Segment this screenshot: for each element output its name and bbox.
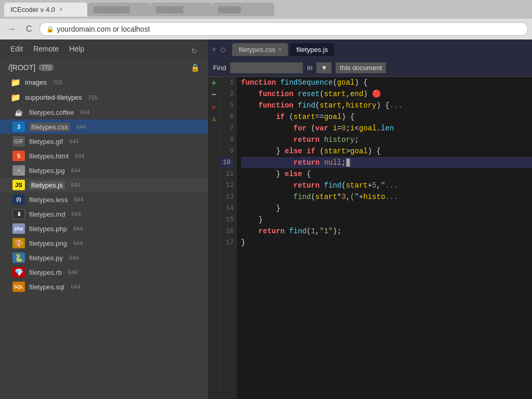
code-area: + − ✕ ⚠ 1 2 5 6 7 8 9 10 11 12 13 14 15 … — [208, 77, 532, 399]
line-num-7: 7 — [220, 123, 234, 134]
line-num-15: 15 — [220, 214, 234, 225]
icon-html: 5 — [12, 151, 25, 161]
editor-tabs: × ◇ filetypes.css × filetypes.js — [208, 39, 532, 59]
warn-icon: ⚠ — [211, 114, 216, 123]
inactive-tab-2: ▓▓▓▓▓▓ — [156, 6, 183, 13]
editor-panel: × ◇ filetypes.css × filetypes.js Find in… — [208, 39, 532, 399]
browser-tab-inactive-2[interactable]: ▓▓▓▓▓▓ — [150, 3, 212, 16]
find-input[interactable] — [230, 62, 303, 73]
line-num-1: 1 — [220, 77, 234, 88]
find-scope-label: ▼ — [321, 64, 327, 72]
icon-css: 3 — [12, 122, 25, 132]
count-md: 644 — [71, 211, 81, 217]
count-js: 644 — [71, 182, 81, 188]
count-jpg: 644 — [71, 167, 81, 174]
tab-css-close[interactable]: × — [278, 46, 282, 52]
code-line-8: return history; — [241, 134, 532, 145]
line-actions: + − ✕ ⚠ — [208, 77, 220, 399]
browser-tab-inactive[interactable]: ▓▓▓▓▓▓▓▓ — [87, 3, 150, 16]
browser-tab-active[interactable]: ICEcoder v 4.0 × — [4, 3, 87, 17]
refresh-button[interactable]: C — [23, 23, 35, 35]
count-gif: 644 — [69, 138, 78, 144]
code-line-15: } — [241, 214, 532, 225]
folder-images-count: 755 — [53, 79, 62, 86]
close-tab-btn[interactable]: × — [212, 45, 216, 54]
file-css[interactable]: 3 filetypes.css 644 — [0, 119, 208, 134]
tab-filetypes-js[interactable]: filetypes.js — [290, 43, 334, 56]
address-bar[interactable]: 🔒 yourdomain.com or localhost — [39, 22, 528, 36]
icon-py: 🐍 — [12, 252, 25, 263]
file-js[interactable]: JS filetypes.js 644 — [0, 178, 208, 192]
action-plus[interactable]: + — [209, 78, 219, 89]
back-button[interactable]: → — [4, 23, 19, 35]
file-py[interactable]: 🐍 filetypes.py 644 — [0, 250, 208, 265]
code-line-7: for (var i=0;i<goal.len — [241, 123, 532, 134]
plus-icon: + — [211, 79, 217, 88]
line-num-12: 12 — [220, 180, 234, 191]
find-scope-dropdown[interactable]: ▼ — [316, 62, 331, 73]
code-line-6: if (start==goal) { — [241, 111, 532, 123]
file-sql[interactable]: SQL filetypes.sql 644 — [0, 280, 208, 294]
address-icon: 🔒 — [46, 25, 54, 33]
tab-filetypes-css[interactable]: filetypes.css × — [232, 43, 288, 56]
file-coffee[interactable]: ☕ filetypes.coffee 644 — [0, 105, 208, 119]
title-bar: ICEcoder v 4.0 × ▓▓▓▓▓▓▓▓ ▓▓▓▓▓▓ ▓▓▓▓▓ — [0, 0, 532, 19]
file-php[interactable]: php filetypes.php 644 — [0, 221, 208, 236]
filename-png: filetypes.png — [29, 240, 67, 247]
icon-js: JS — [12, 180, 25, 190]
folder-supported-name: supported-filetypes — [25, 94, 82, 101]
root-item[interactable]: /[ROOT] 772 🔒 — [0, 60, 208, 75]
inactive-tab-title: ▓▓▓▓▓▓▓▓ — [94, 6, 130, 13]
undo-button[interactable]: ↻ — [191, 47, 197, 55]
action-minus[interactable]: − — [209, 90, 219, 100]
minus-icon: − — [211, 90, 217, 100]
browser-chrome: ICEcoder v 4.0 × ▓▓▓▓▓▓▓▓ ▓▓▓▓▓▓ ▓▓▓▓▓ →… — [0, 0, 532, 39]
line-num-9: 9 — [220, 145, 234, 157]
filename-js: filetypes.js — [29, 181, 65, 190]
menu-remote[interactable]: Remote — [33, 45, 59, 53]
code-line-13: find(start*3,("+histo... — [241, 191, 532, 203]
filename-css: filetypes.css — [29, 123, 70, 131]
icon-coffee: ☕ — [12, 107, 25, 117]
icon-less: {l} — [12, 194, 25, 205]
tab-close-btn[interactable]: × — [59, 6, 62, 12]
sidebar: Edit Remote Help ↻ /[ROOT] 772 🔒 📁 image… — [0, 39, 208, 399]
menu-edit[interactable]: Edit — [10, 45, 23, 53]
file-png[interactable]: 🎨 filetypes.png 644 — [0, 236, 208, 250]
line-num-13: 13 — [220, 191, 234, 203]
root-count: 772 — [38, 64, 54, 71]
line-num-14: 14 — [220, 203, 234, 214]
folder-supported-count: 755 — [88, 95, 98, 101]
icon-jpg: ▪ — [12, 165, 25, 176]
file-rb[interactable]: 💎 filetypes.rb 644 — [0, 265, 208, 280]
line-num-8: 8 — [220, 134, 234, 145]
filename-sql: filetypes.sql — [29, 283, 64, 291]
file-html[interactable]: 5 filetypes.html 644 — [0, 149, 208, 163]
folder-images-name: images — [25, 78, 47, 86]
code-line-2: function reset(start,end) 🔴 — [241, 88, 532, 100]
file-md[interactable]: ⬇ filetypes.md 644 — [0, 207, 208, 221]
action-error-btn[interactable]: ✕ — [209, 102, 219, 112]
folder-supported-filetypes[interactable]: 📁 supported-filetypes 755 — [0, 90, 208, 105]
tab-css-label: filetypes.css — [238, 46, 275, 54]
filename-coffee: filetypes.coffee — [29, 109, 74, 116]
browser-tab-inactive-3[interactable]: ▓▓▓▓▓ — [212, 3, 274, 16]
count-sql: 644 — [71, 284, 80, 290]
icon-rb: 💎 — [12, 267, 25, 277]
file-jpg[interactable]: ▪ filetypes.jpg 644 — [0, 163, 208, 178]
folder-images[interactable]: 📁 images 755 — [0, 75, 208, 90]
split-btn[interactable]: ◇ — [220, 45, 226, 54]
line-num-17: 17 — [220, 237, 234, 248]
filename-jpg: filetypes.jpg — [29, 167, 65, 175]
count-py: 644 — [69, 255, 78, 261]
menu-help[interactable]: Help — [69, 45, 84, 53]
code-line-12: return find(start+5,"... — [241, 180, 532, 191]
file-less[interactable]: {l} filetypes.less 644 — [0, 192, 208, 207]
action-warn-btn[interactable]: ⚠ — [209, 113, 219, 124]
code-content[interactable]: function findSequence(goal) { function r… — [237, 77, 532, 399]
code-line-14: } — [241, 203, 532, 214]
filename-gif: filetypes.gif — [29, 138, 63, 145]
count-png: 644 — [73, 240, 83, 246]
file-gif[interactable]: GIF filetypes.gif 644 — [0, 134, 208, 149]
folder-icon-2: 📁 — [10, 92, 21, 102]
